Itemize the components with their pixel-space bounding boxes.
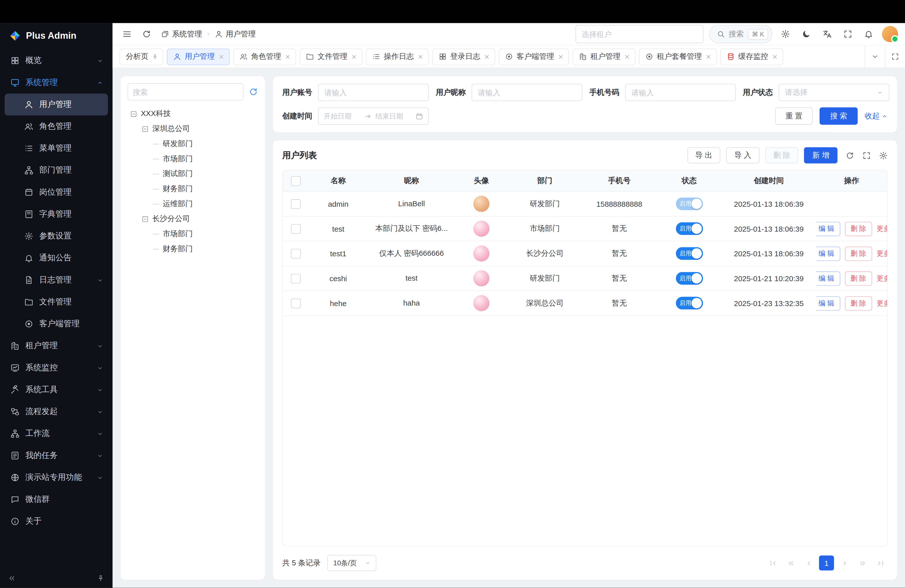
column-settings-icon[interactable] bbox=[879, 151, 888, 159]
table-refresh-icon[interactable] bbox=[846, 151, 854, 159]
pin-icon[interactable] bbox=[152, 53, 158, 60]
add-button[interactable]: 新 增 bbox=[804, 147, 837, 163]
tree-node[interactable]: 深圳总公司 bbox=[127, 121, 258, 136]
more-button[interactable]: 更多 bbox=[876, 248, 887, 258]
tree-node[interactable]: 测试部门 bbox=[127, 166, 258, 181]
select-all-checkbox[interactable] bbox=[291, 176, 300, 186]
tab-close-icon[interactable] bbox=[705, 53, 712, 60]
row-checkbox[interactable] bbox=[291, 224, 300, 234]
tree-node[interactable]: 财务部门 bbox=[127, 242, 258, 256]
sidebar-item[interactable]: 系统工具 bbox=[5, 379, 108, 400]
edit-button[interactable]: 编 辑 bbox=[816, 246, 840, 261]
tree-search-input[interactable] bbox=[127, 83, 243, 100]
sidebar-item[interactable]: 通知公告 bbox=[5, 247, 108, 269]
sidebar-collapse-icon[interactable] bbox=[8, 574, 16, 582]
sidebar-item[interactable]: 部门管理 bbox=[5, 159, 108, 181]
sidebar-item[interactable]: 日志管理 bbox=[5, 269, 108, 291]
status-toggle[interactable]: 启用 bbox=[675, 222, 703, 235]
tab-close-icon[interactable] bbox=[484, 53, 490, 60]
status-toggle[interactable]: 启用 bbox=[675, 272, 703, 285]
sidebar-item[interactable]: 字典管理 bbox=[5, 203, 108, 225]
tab-close-icon[interactable] bbox=[417, 53, 424, 60]
sidebar-item[interactable]: 用户管理 bbox=[5, 94, 108, 116]
tab-close-icon[interactable] bbox=[772, 53, 778, 60]
nickname-input[interactable] bbox=[472, 84, 583, 101]
sidebar-item[interactable]: 系统监控 bbox=[5, 357, 108, 379]
sidebar-item[interactable]: 客户端管理 bbox=[5, 313, 108, 335]
tab[interactable]: 客户端管理 bbox=[499, 48, 569, 65]
notification-bell-icon[interactable] bbox=[861, 27, 876, 42]
refresh-page-icon[interactable] bbox=[139, 27, 154, 42]
tree-node[interactable]: XXX科技 bbox=[127, 106, 258, 121]
fullscreen-icon[interactable] bbox=[840, 27, 856, 42]
date-range-picker[interactable]: 开始日期 结束日期 bbox=[318, 107, 429, 125]
sidebar-item[interactable]: 微信群 bbox=[5, 488, 108, 510]
more-button[interactable]: 更多 bbox=[876, 224, 887, 234]
hamburger-menu-icon[interactable] bbox=[119, 27, 135, 42]
first-page-button[interactable] bbox=[765, 556, 780, 571]
sidebar-item[interactable]: 参数设置 bbox=[5, 225, 108, 247]
table-fullscreen-icon[interactable] bbox=[862, 151, 871, 159]
row-checkbox[interactable] bbox=[291, 248, 300, 258]
tree-node[interactable]: 长沙分公司 bbox=[127, 211, 258, 226]
tab[interactable]: 角色管理 bbox=[233, 48, 296, 65]
sidebar-item[interactable]: 菜单管理 bbox=[5, 137, 108, 159]
sidebar-item[interactable]: 文件管理 bbox=[5, 291, 108, 313]
tab-close-icon[interactable] bbox=[624, 53, 630, 60]
tab-close-icon[interactable] bbox=[351, 53, 357, 60]
settings-gear-icon[interactable] bbox=[778, 27, 793, 42]
tree-node[interactable]: 运维部门 bbox=[127, 196, 258, 211]
sidebar-item[interactable]: 我的任务 bbox=[5, 445, 108, 467]
global-search-button[interactable]: 搜索 ⌘ K bbox=[709, 25, 772, 43]
tree-node[interactable]: 研发部门 bbox=[127, 136, 258, 151]
page-size-select[interactable]: 10条/页 bbox=[327, 555, 376, 571]
sidebar-item[interactable]: 系统管理 bbox=[5, 72, 108, 94]
tab[interactable]: 登录日志 bbox=[432, 48, 495, 65]
sidebar-item[interactable]: 岗位管理 bbox=[5, 181, 108, 203]
more-button[interactable]: 更多 bbox=[876, 298, 887, 308]
tab-close-icon[interactable] bbox=[218, 53, 224, 60]
next-page-button[interactable] bbox=[837, 556, 852, 571]
more-button[interactable]: 更多 bbox=[876, 273, 887, 283]
tab[interactable]: 缓存监控 bbox=[720, 48, 783, 65]
collapse-filters-link[interactable]: 收起 bbox=[865, 111, 888, 121]
delete-button[interactable]: 删 除 bbox=[845, 221, 872, 236]
delete-button[interactable]: 删 除 bbox=[845, 296, 872, 310]
tab-close-icon[interactable] bbox=[557, 53, 564, 60]
tab[interactable]: 用户管理 bbox=[167, 48, 230, 65]
jump-back-button[interactable] bbox=[783, 556, 799, 571]
search-button[interactable]: 搜 索 bbox=[820, 107, 858, 125]
import-button[interactable]: 导 入 bbox=[726, 147, 759, 163]
export-button[interactable]: 导 出 bbox=[687, 147, 720, 163]
tab[interactable]: 操作日志 bbox=[366, 48, 429, 65]
user-avatar[interactable] bbox=[882, 26, 898, 42]
breadcrumb-item-system[interactable]: 系统管理 bbox=[161, 29, 202, 39]
tab-close-icon[interactable] bbox=[284, 53, 291, 60]
dark-mode-moon-icon[interactable] bbox=[799, 27, 814, 42]
tree-collapse-icon[interactable] bbox=[141, 215, 149, 222]
sidebar-pin-icon[interactable] bbox=[97, 574, 105, 582]
last-page-button[interactable] bbox=[873, 556, 888, 571]
tree-node[interactable]: 市场部门 bbox=[127, 226, 258, 242]
status-toggle[interactable]: 启用 bbox=[675, 247, 703, 260]
tree-collapse-icon[interactable] bbox=[130, 110, 138, 118]
status-toggle[interactable]: 启用 bbox=[675, 197, 703, 210]
batch-delete-button[interactable]: 删 除 bbox=[765, 147, 799, 163]
row-checkbox[interactable] bbox=[291, 199, 300, 209]
sidebar-item[interactable]: 租户管理 bbox=[5, 335, 108, 357]
tab[interactable]: 租户套餐管理 bbox=[639, 48, 717, 65]
prev-page-button[interactable] bbox=[801, 556, 816, 571]
jump-forward-button[interactable] bbox=[855, 556, 870, 571]
phone-input[interactable] bbox=[625, 84, 736, 101]
tree-node[interactable]: 市场部门 bbox=[127, 151, 258, 167]
sidebar-item[interactable]: 演示站专用功能 bbox=[5, 467, 108, 488]
sidebar-item[interactable]: 概览 bbox=[5, 49, 108, 72]
tenant-select-input[interactable] bbox=[575, 25, 703, 43]
sidebar-item[interactable]: 工作流 bbox=[5, 423, 108, 445]
sidebar-item[interactable]: 关于 bbox=[5, 510, 108, 532]
tab[interactable]: 租户管理 bbox=[573, 48, 635, 65]
tab-options-icon[interactable] bbox=[865, 46, 884, 67]
sidebar-item[interactable]: 角色管理 bbox=[5, 116, 108, 137]
breadcrumb-item-user[interactable]: 用户管理 bbox=[215, 29, 256, 39]
tab[interactable]: 分析页 bbox=[119, 48, 163, 65]
